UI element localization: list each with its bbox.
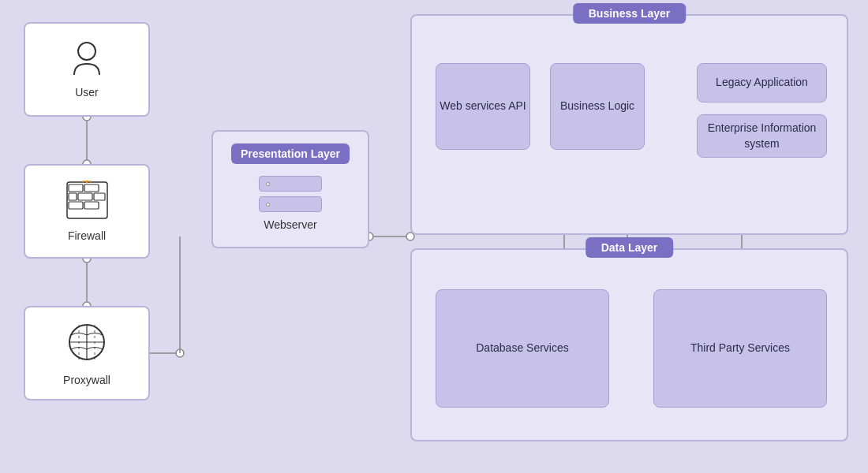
proxy-icon <box>65 321 109 367</box>
data-layer-container: Data Layer Database Services Third Party… <box>410 248 848 441</box>
business-layer-container: Business Layer Web services API Business… <box>410 14 848 235</box>
webserver-label: Webserver <box>225 218 356 231</box>
legacy-app-box: Legacy Application <box>697 63 827 102</box>
user-label: User <box>75 86 99 99</box>
svg-rect-24 <box>69 193 77 200</box>
user-box: User <box>24 22 150 117</box>
diagram-container: User Firewall <box>0 0 868 473</box>
svg-rect-22 <box>69 184 83 192</box>
third-party-box: Third Party Services <box>653 289 827 408</box>
enterprise-info-box: Enterprise Information system <box>697 114 827 158</box>
svg-rect-23 <box>84 184 99 192</box>
user-icon <box>71 40 103 80</box>
business-logic-box: Business Logic <box>550 63 645 150</box>
svg-rect-25 <box>78 193 92 200</box>
svg-rect-26 <box>94 193 105 200</box>
web-services-box: Web services API <box>436 63 530 150</box>
business-layer-title: Business Layer <box>573 3 687 24</box>
firewall-label: Firewall <box>68 229 106 242</box>
data-layer-title: Data Layer <box>586 237 674 258</box>
proxy-label: Proxywall <box>63 374 110 386</box>
webserver-icon <box>225 176 356 212</box>
presentation-layer-container: Presentation Layer Webserver <box>211 130 369 248</box>
firewall-icon <box>65 181 109 223</box>
proxy-box: Proxywall <box>24 306 150 400</box>
database-services-box: Database Services <box>436 289 609 408</box>
firewall-box: Firewall <box>24 164 150 259</box>
svg-rect-27 <box>69 202 83 209</box>
svg-point-20 <box>78 43 95 60</box>
svg-rect-28 <box>84 202 99 209</box>
presentation-layer-title: Presentation Layer <box>231 143 350 164</box>
svg-point-7 <box>176 349 184 357</box>
